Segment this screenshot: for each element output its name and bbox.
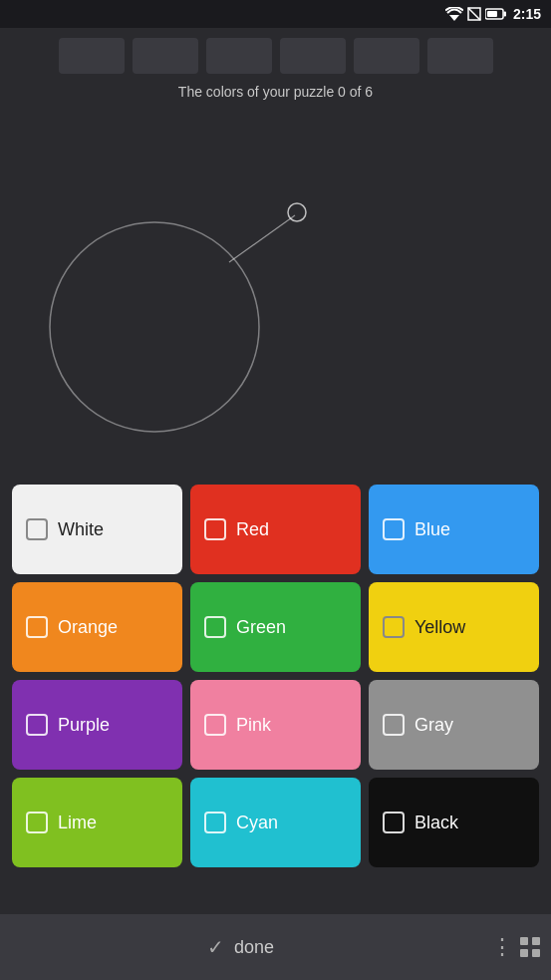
color-btn-pink[interactable]: Pink xyxy=(190,680,361,770)
status-bar: 2:15 xyxy=(0,0,551,28)
color-checkbox-cyan xyxy=(204,812,226,833)
options-button[interactable]: ⋮ xyxy=(481,914,551,980)
svg-rect-9 xyxy=(520,937,528,945)
color-checkbox-green xyxy=(204,616,226,638)
color-checkbox-purple xyxy=(26,714,48,736)
color-btn-gray[interactable]: Gray xyxy=(369,680,539,770)
battery-icon xyxy=(485,8,507,20)
color-slots-row xyxy=(0,28,551,80)
puzzle-label: The colors of your puzzle 0 of 6 xyxy=(0,80,551,108)
color-slot-6[interactable] xyxy=(427,38,493,74)
svg-point-6 xyxy=(50,222,259,432)
color-label-yellow: Yellow xyxy=(414,617,465,638)
color-btn-black[interactable]: Black xyxy=(369,778,539,867)
color-label-orange: Orange xyxy=(58,617,118,638)
color-checkbox-pink xyxy=(204,714,226,736)
dots-icon: ⋮ xyxy=(491,934,515,960)
grid-icon xyxy=(519,936,541,958)
color-slot-3[interactable] xyxy=(206,38,272,74)
color-label-black: Black xyxy=(414,813,458,833)
svg-marker-0 xyxy=(449,15,459,21)
color-btn-cyan[interactable]: Cyan xyxy=(190,778,361,867)
done-button[interactable]: ✓ done xyxy=(0,914,481,980)
color-btn-yellow[interactable]: Yellow xyxy=(369,582,539,672)
color-label-blue: Blue xyxy=(414,519,450,540)
color-label-lime: Lime xyxy=(58,813,97,833)
color-slot-5[interactable] xyxy=(354,38,419,74)
color-checkbox-black xyxy=(383,812,405,833)
wifi-icon xyxy=(445,7,463,21)
bottom-bar: ✓ done ⋮ xyxy=(0,914,551,980)
color-btn-white[interactable]: White xyxy=(12,485,182,574)
color-label-red: Red xyxy=(236,519,269,540)
color-grid: WhiteRedBlueOrangeGreenYellowPurplePinkG… xyxy=(0,477,551,875)
color-btn-purple[interactable]: Purple xyxy=(12,680,182,770)
color-btn-lime[interactable]: Lime xyxy=(12,778,182,867)
color-checkbox-blue xyxy=(383,518,405,540)
color-checkbox-orange xyxy=(26,616,48,638)
color-btn-orange[interactable]: Orange xyxy=(12,582,182,672)
signal-icon xyxy=(467,7,481,21)
color-slot-4[interactable] xyxy=(280,38,346,74)
color-btn-green[interactable]: Green xyxy=(190,582,361,672)
svg-line-7 xyxy=(229,215,295,262)
color-checkbox-red xyxy=(204,518,226,540)
color-checkbox-white xyxy=(26,518,48,540)
svg-rect-12 xyxy=(532,949,540,957)
color-label-white: White xyxy=(58,519,104,540)
done-label: done xyxy=(234,937,274,958)
svg-rect-5 xyxy=(487,11,497,17)
color-btn-red[interactable]: Red xyxy=(190,485,361,574)
color-slot-2[interactable] xyxy=(133,38,198,74)
color-checkbox-lime xyxy=(26,812,48,833)
puzzle-canvas xyxy=(0,108,551,477)
color-label-gray: Gray xyxy=(414,715,453,736)
color-slot-1[interactable] xyxy=(59,38,125,74)
color-checkbox-yellow xyxy=(383,616,405,638)
status-icons xyxy=(445,7,507,21)
color-label-green: Green xyxy=(236,617,286,638)
svg-rect-10 xyxy=(532,937,540,945)
canvas-area xyxy=(0,108,551,477)
color-label-cyan: Cyan xyxy=(236,813,278,833)
time-display: 2:15 xyxy=(513,6,541,22)
svg-rect-4 xyxy=(503,12,506,17)
checkmark-icon: ✓ xyxy=(207,935,224,959)
color-checkbox-gray xyxy=(383,714,405,736)
color-label-purple: Purple xyxy=(58,715,110,736)
svg-line-2 xyxy=(468,8,480,20)
svg-rect-11 xyxy=(520,949,528,957)
svg-point-8 xyxy=(288,203,306,221)
color-label-pink: Pink xyxy=(236,715,271,736)
color-btn-blue[interactable]: Blue xyxy=(369,485,539,574)
